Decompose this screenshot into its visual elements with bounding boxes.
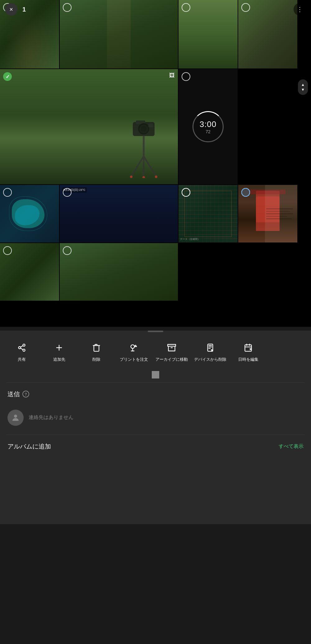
svg-point-20 (131, 345, 135, 349)
scroll-indicator[interactable]: ▲ ▼ (298, 79, 308, 95)
select-circle-9[interactable] (3, 188, 12, 197)
add-icon (52, 341, 66, 355)
contact-item: 連絡先はありません (7, 406, 304, 430)
svg-point-12 (142, 176, 145, 178)
svg-point-11 (155, 176, 157, 178)
print-icon (127, 341, 141, 355)
top-bar: × 1 ⋮ (0, 0, 311, 19)
scroll-up-arrow: ▲ (301, 83, 305, 87)
album-grid (7, 457, 304, 519)
photo-cell-10[interactable]: 9月29日(日) 23°C (60, 185, 178, 242)
send-title-text: 送信 (7, 390, 20, 398)
svg-line-17 (21, 346, 23, 347)
share-label: 共有 (18, 357, 26, 362)
print-label: プリントを注文 (120, 357, 148, 362)
action-share[interactable]: 共有 (3, 338, 40, 365)
dark-night-fill (60, 185, 178, 242)
send-section: 送信 ? 連絡先はありません (0, 383, 311, 435)
timer-ring: 3:00 72 (193, 111, 224, 142)
device-delete-label: デバイスから削除 (194, 357, 226, 362)
svg-point-4 (141, 126, 146, 132)
close-button[interactable]: × (5, 3, 17, 16)
photo-cell-6[interactable]: 3:00 72 (179, 69, 238, 184)
photo-cell-14[interactable] (60, 243, 178, 301)
svg-line-16 (21, 348, 23, 350)
svg-point-35 (14, 415, 17, 418)
photo-grid-section: × 1 ⋮ (0, 0, 311, 327)
portrait-badge: 🖼 (169, 72, 175, 79)
add-label: 追加先 (53, 357, 65, 362)
svg-rect-21 (168, 345, 176, 346)
select-circle-5[interactable] (3, 72, 12, 81)
action-sheet: 共有 追加先 削除 (0, 331, 311, 524)
svg-line-7 (131, 156, 144, 176)
more-button[interactable]: ⋮ (294, 3, 306, 16)
selected-count: 1 (22, 6, 26, 13)
archive-label: アーカイブに移動 (156, 357, 188, 362)
date-label: 日時を編集 (238, 357, 258, 362)
photo-cell-12[interactable] (238, 185, 297, 242)
delete-label: 削除 (92, 357, 100, 362)
svg-line-8 (144, 156, 156, 176)
action-print[interactable]: プリントを注文 (115, 338, 152, 365)
delete-icon (90, 341, 103, 355)
select-circle-14[interactable] (63, 246, 72, 255)
action-delete[interactable]: 削除 (78, 338, 115, 365)
toolbar-scroll-dot (152, 371, 159, 378)
svg-point-10 (130, 176, 132, 178)
photo-cell-13[interactable] (0, 243, 59, 301)
photo-cell-9[interactable] (0, 185, 59, 242)
archive-icon (165, 341, 179, 355)
action-device-delete[interactable]: デバイスから削除 (191, 338, 230, 365)
device-delete-icon (203, 341, 217, 355)
action-date[interactable]: 日時を編集 (230, 338, 267, 365)
send-title-row: 送信 ? (7, 390, 304, 398)
action-toolbar: 共有 追加先 削除 (0, 332, 311, 371)
help-icon[interactable]: ? (22, 391, 29, 397)
svg-rect-5 (148, 124, 153, 127)
scroll-down-arrow: ▼ (301, 88, 305, 92)
select-circle-11[interactable] (182, 188, 190, 197)
photo-cell-11[interactable]: ナース（全林間） (179, 185, 238, 242)
action-add[interactable]: 追加先 (40, 338, 78, 365)
select-circle-13[interactable] (3, 246, 12, 255)
select-circle-12[interactable] (241, 188, 250, 197)
share-icon (15, 341, 29, 355)
video-timer: 3:00 72 (179, 69, 238, 184)
select-circle-6[interactable] (182, 72, 190, 81)
photo-cell-5[interactable]: 🖼 (0, 69, 178, 184)
show-all-link[interactable]: すべて表示 (279, 443, 304, 450)
select-circle-10[interactable] (63, 188, 72, 197)
album-header: アルバムに追加 すべて表示 (7, 442, 304, 451)
svg-rect-29 (245, 345, 252, 351)
photo-grid: 🖼 3:00 72 (0, 0, 311, 301)
action-archive[interactable]: アーカイブに移動 (152, 338, 191, 365)
date-icon (241, 341, 255, 355)
contact-name: 連絡先はありません (29, 414, 73, 421)
album-title: アルバムに追加 (7, 442, 51, 451)
contact-avatar (7, 410, 24, 426)
album-section: アルバムに追加 すべて表示 (0, 435, 311, 524)
